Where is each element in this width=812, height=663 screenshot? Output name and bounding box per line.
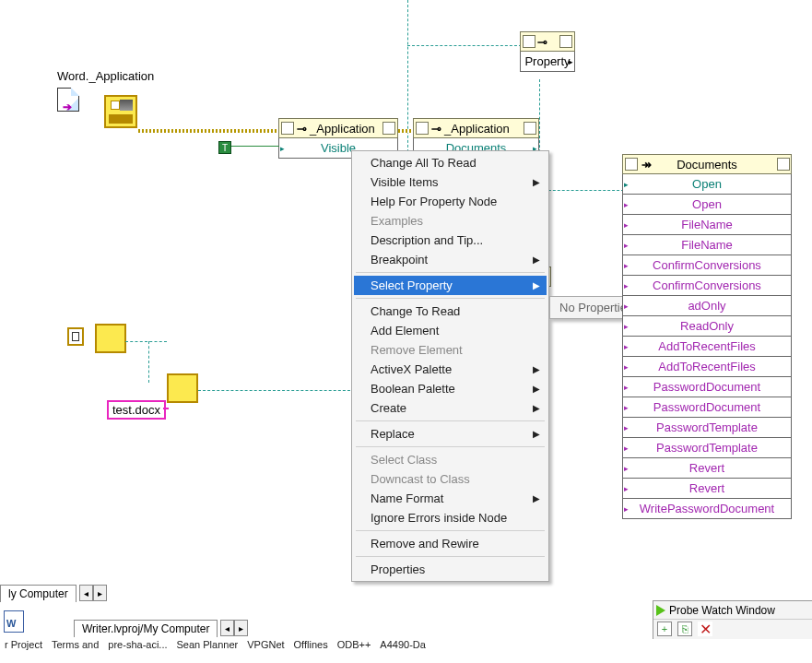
row-arrow-icon: ▸ <box>624 423 629 432</box>
taskbar-item[interactable]: A4490-Da <box>380 639 426 663</box>
doc-row-addtorecentfiles[interactable]: ▸AddToRecentFiles <box>622 337 792 357</box>
tab-scroll-left-icon[interactable]: ◂ <box>220 620 234 636</box>
menu-item-description-and-tip[interactable]: Description and Tip... <box>354 231 547 250</box>
menu-separator <box>356 556 545 557</box>
probe-delete-icon[interactable]: ✕ <box>698 622 712 636</box>
tab-scroll-right-icon[interactable]: ▸ <box>93 585 107 601</box>
tab-writer-project[interactable]: Writer.lvproj/My Computer <box>74 620 218 637</box>
doc-row-filename[interactable]: ▸FileName <box>622 235 792 255</box>
doc-row-passworddocument[interactable]: ▸PasswordDocument <box>622 397 792 418</box>
menu-item-change-to-read[interactable]: Change To Read <box>354 302 547 321</box>
taskbar-item[interactable]: ODB++ <box>337 639 371 663</box>
refnum-constant-icon[interactable] <box>67 327 84 346</box>
string-constant-testdoc[interactable]: test.docx <box>107 400 166 420</box>
menu-item-breakpoint[interactable]: Breakpoint▶ <box>354 250 547 269</box>
menu-separator <box>356 446 545 447</box>
property-row-empty[interactable]: Property ▸ <box>520 52 575 72</box>
menu-item-boolean-palette[interactable]: Boolean Palette▶ <box>354 379 547 398</box>
doc-row-open[interactable]: ▸Open <box>622 174 792 195</box>
menu-item-change-all-to-read[interactable]: Change All To Read <box>354 153 547 172</box>
taskbar-item[interactable]: Terms and <box>52 639 99 663</box>
menu-separator <box>356 530 545 531</box>
menu-item-replace[interactable]: Replace▶ <box>354 424 547 444</box>
taskbar-item[interactable]: Sean Planner <box>177 639 239 663</box>
row-arrow-icon: ▸ <box>624 322 629 331</box>
doc-row-revert[interactable]: ▸Revert <box>622 479 792 499</box>
class-icon <box>281 122 294 135</box>
doc-row-open[interactable]: ▸Open <box>622 195 792 215</box>
row-arrow-icon: ▸ <box>624 504 629 514</box>
row-arrow-icon: ▸ <box>624 484 629 493</box>
submenu-arrow-icon: ▶ <box>533 255 540 265</box>
class-file-icon: ➔ <box>57 88 79 112</box>
taskbar-item[interactable]: VPGNet <box>247 639 284 663</box>
probe-insert-icon[interactable]: ⎘ <box>677 622 692 636</box>
menu-separator <box>356 272 545 273</box>
doc-row-readonly[interactable]: ▸ReadOnly <box>622 316 792 337</box>
play-icon <box>656 605 665 616</box>
menu-item-activex-palette[interactable]: ActiveX Palette▶ <box>354 360 547 379</box>
submenu-arrow-icon: ▶ <box>533 177 540 187</box>
doc-row-confirmconversions[interactable]: ▸ConfirmConversions <box>622 276 792 296</box>
probe-add-icon[interactable]: + <box>657 622 672 636</box>
submenu-arrow-icon: ▶ <box>533 384 540 394</box>
menu-item-remove-and-rewire[interactable]: Remove and Rewire <box>354 534 547 553</box>
project-tab-strip-1[interactable]: ly Computer ◂ ▸ <box>0 584 107 602</box>
taskbar-item[interactable]: pre-sha-aci... <box>108 639 167 663</box>
context-menu: Change All To ReadVisible Items▶Help For… <box>351 150 549 582</box>
tab-my-computer[interactable]: ly Computer <box>0 585 76 602</box>
menu-item-properties[interactable]: Properties <box>354 560 547 579</box>
doc-row-writepassworddocument[interactable]: ▸WritePasswordDocument <box>622 499 792 519</box>
class-icon <box>559 35 572 48</box>
menu-item-add-element[interactable]: Add Element <box>354 321 547 340</box>
row-arrow-icon: ▸ <box>624 220 629 230</box>
row-arrow-icon: ▸ <box>624 342 629 351</box>
doc-row-confirmconversions[interactable]: ▸ConfirmConversions <box>622 255 792 276</box>
class-icon <box>416 122 429 135</box>
row-arrow-icon: ▸ <box>624 383 629 392</box>
menu-item-select-property[interactable]: Select Property▶ <box>354 276 547 295</box>
row-arrow-icon: ▸ <box>624 200 629 209</box>
submenu-arrow-icon: ▶ <box>533 429 540 439</box>
property-node-small[interactable]: ⊸ Property ▸ <box>520 31 575 72</box>
submenu-arrow-icon: ▶ <box>533 280 540 290</box>
taskbar-items: r ProjectTerms andpre-sha-aci...Sean Pla… <box>0 639 812 663</box>
menu-item-help-for-property-node[interactable]: Help For Property Node <box>354 192 547 211</box>
menu-separator <box>356 298 545 299</box>
doc-row-adonly[interactable]: ▸adOnly <box>622 296 792 316</box>
row-arrow-icon: ▸ <box>624 302 629 311</box>
row-arrow-icon: ▸ <box>624 261 629 270</box>
taskbar-item[interactable]: Offlines <box>294 639 328 663</box>
tab-scroll-right-icon[interactable]: ▸ <box>234 620 248 636</box>
menu-item-name-format[interactable]: Name Format▶ <box>354 489 547 508</box>
automation-open-icon[interactable] <box>104 95 137 128</box>
doc-row-addtorecentfiles[interactable]: ▸AddToRecentFiles <box>622 357 792 377</box>
row-arrow-icon: ▸ <box>624 403 629 412</box>
submenu-arrow-icon: ▶ <box>533 364 540 374</box>
menu-separator <box>356 420 545 421</box>
row-arrow-icon: ▸ <box>624 180 629 189</box>
doc-row-filename[interactable]: ▸FileName <box>622 215 792 235</box>
boolean-constant-true[interactable]: T <box>218 141 231 154</box>
word-doc-icon[interactable]: W <box>4 610 24 633</box>
row-arrow-icon: ▸ <box>624 464 629 473</box>
class-icon <box>524 122 536 135</box>
probe-watch-panel[interactable]: Probe Watch Window + ⎘ ✕ <box>653 600 812 639</box>
menu-item-visible-items[interactable]: Visible Items▶ <box>354 172 547 192</box>
project-tab-strip-2[interactable]: Writer.lvproj/My Computer ◂ ▸ <box>74 619 248 637</box>
menu-item-create[interactable]: Create▶ <box>354 398 547 418</box>
row-arrow-icon: ▸ <box>624 241 629 250</box>
property-node-documents[interactable]: ↠ Documents ▸Open▸Open▸FileName▸FileName… <box>622 154 792 519</box>
taskbar-item[interactable]: r Project <box>5 639 42 663</box>
doc-row-revert[interactable]: ▸Revert <box>622 458 792 479</box>
tab-scroll-left-icon[interactable]: ◂ <box>79 585 93 601</box>
bundle-icon-2[interactable] <box>167 373 198 403</box>
doc-row-passwordtemplate[interactable]: ▸PasswordTemplate <box>622 418 792 438</box>
menu-item-ignore-errors-inside-node[interactable]: Ignore Errors inside Node <box>354 508 547 527</box>
probe-title-text: Probe Watch Window <box>669 604 775 617</box>
menu-item-select-class: Select Class <box>354 450 547 469</box>
class-icon <box>382 122 395 135</box>
doc-row-passwordtemplate[interactable]: ▸PasswordTemplate <box>622 438 792 458</box>
doc-row-passworddocument[interactable]: ▸PasswordDocument <box>622 377 792 397</box>
bundle-icon-1[interactable] <box>95 324 126 353</box>
